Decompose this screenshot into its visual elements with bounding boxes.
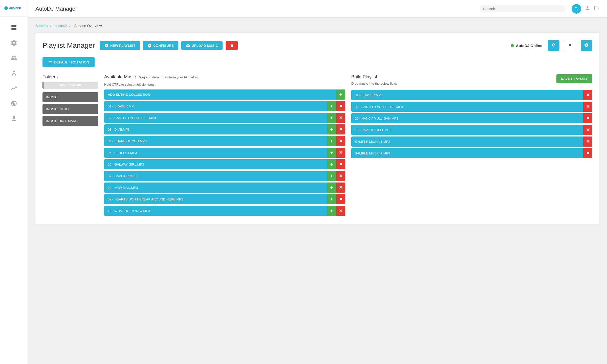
topbar: AutoDJ Manager (28, 0, 607, 18)
playlist-header: Build Playlist Drop music into the below… (351, 74, 592, 88)
page-title: AutoDJ Manager (35, 6, 480, 12)
playlist-label-0: 01 - ERASER.MP3 (351, 90, 583, 100)
folder-music[interactable]: /MUSIC (42, 92, 98, 102)
music-remove-10[interactable]: ✕ (336, 206, 345, 216)
music-label-3: 03 - DIVE.MP3 (104, 125, 327, 134)
music-item-4[interactable]: 04 - SHAPE OF YOU.MP3 + ✕ (104, 136, 345, 146)
music-label-2: 02 - CASTLE ON THE HILL.MP3 (104, 113, 327, 123)
music-item-10[interactable]: 10 - WHAT DO I KNOW.MP3 + ✕ (104, 206, 345, 216)
playlist-item-3: 16 - SAVE MYSELF.MP3 ✕ (351, 125, 592, 135)
build-playlist-title: Build Playlist (351, 74, 397, 80)
music-remove-9[interactable]: ✕ (336, 194, 345, 204)
add-entire-collection-item[interactable]: ADD ENTIRE COLLECTION + (104, 89, 345, 100)
music-item-3[interactable]: 03 - DIVE.MP3 + ✕ (104, 124, 345, 134)
music-item-5[interactable]: 05 - PERFECT.MP3 + ✕ (104, 148, 345, 158)
breadcrumb-icecast2[interactable]: Icecast2 (54, 24, 67, 28)
music-item-7[interactable]: 07 - HAPPIER.MP3 + ✕ (104, 171, 345, 181)
music-label-8: 08 - NEW MAN.MP3 (104, 183, 327, 192)
storage-label: 140 / 10240 MB (42, 82, 98, 89)
music-add-6[interactable]: + (327, 159, 336, 169)
main-panel: Playlist Manager NEW PLAYLIST CONFIGURE … (35, 33, 599, 224)
music-add-1[interactable]: + (327, 101, 336, 111)
svg-rect-6 (14, 28, 16, 30)
svg-rect-4 (14, 25, 16, 27)
playlist-label-1: 02 - CASTLE ON THE HILL.MP3 (351, 102, 583, 111)
analytics-icon[interactable] (6, 81, 21, 95)
upload-music-button[interactable]: UPLOAD MUSIC (181, 41, 223, 50)
playlist-remove-0[interactable]: ✕ (583, 90, 592, 100)
network-icon[interactable] (6, 66, 21, 80)
globe-icon[interactable] (6, 96, 21, 110)
playlist-remove-5[interactable]: ✕ (583, 148, 592, 158)
available-music-column: Available Music Drag and drop music from… (104, 74, 345, 217)
playlist-label-3: 16 - SAVE MYSELF.MP3 (351, 125, 583, 135)
folder-music-ondemand[interactable]: /MUSIC/ONDEMAND (42, 116, 98, 126)
download-icon[interactable] (6, 111, 21, 126)
music-remove-6[interactable]: ✕ (336, 159, 345, 169)
music-label-9: 09 - HEARTS DON'T BREAK AROUND HERE.MP3 (104, 195, 327, 204)
music-item-2[interactable]: 02 - CASTLE ON THE HILL.MP3 + ✕ (104, 113, 345, 123)
configure-button[interactable]: CONFIGURE (143, 41, 178, 50)
stop-button[interactable] (564, 40, 576, 51)
save-playlist-button[interactable]: SAVE PLAYLIST (556, 74, 592, 83)
search-input[interactable] (483, 7, 562, 11)
music-add-8[interactable]: + (327, 183, 336, 193)
music-remove-7[interactable]: ✕ (336, 171, 345, 181)
music-item-9[interactable]: 09 - HEARTS DON'T BREAK AROUND HERE.MP3 … (104, 194, 345, 204)
music-add-7[interactable]: + (327, 171, 336, 181)
panel-header: Playlist Manager NEW PLAYLIST CONFIGURE … (42, 40, 592, 51)
music-item-6[interactable]: 06 - GALWAY GIRL.MP3 + ✕ (104, 159, 345, 169)
music-label-6: 06 - GALWAY GIRL.MP3 (104, 160, 327, 169)
playlist-remove-1[interactable]: ✕ (583, 102, 592, 112)
folder-music-intro[interactable]: /MUSIC/INTRO (42, 104, 98, 114)
playlist-label-5: SAMPLE MUSIC 2.MP3 (351, 149, 583, 158)
music-remove-4[interactable]: ✕ (336, 136, 345, 146)
playlist-label-2: 15 - NANCY MULLIGAN.MP3 (351, 114, 583, 123)
dashboard-icon[interactable] (6, 20, 21, 35)
settings-icon[interactable] (6, 36, 21, 50)
playlist-remove-4[interactable]: ✕ (583, 136, 592, 147)
users-icon[interactable] (6, 51, 21, 65)
music-add-10[interactable]: + (327, 206, 336, 216)
breadcrumb: Servers / Icecast2 / Service Overview (35, 24, 599, 28)
autodj-settings-button[interactable] (581, 40, 592, 51)
music-item-1[interactable]: 01 - ERASER.MP3 + ✕ (104, 101, 345, 111)
delete-button[interactable] (226, 41, 238, 50)
available-music-ctrl-hint: Hold CTRL to select multiple items. (104, 83, 345, 86)
music-remove-5[interactable]: ✕ (336, 148, 345, 158)
playlist-item-4: SAMPLE MUSIC 1.MP3 ✕ (351, 136, 592, 147)
music-label-10: 10 - WHAT DO I KNOW.MP3 (104, 206, 327, 216)
panel-title: Playlist Manager (42, 41, 95, 50)
playlist-remove-3[interactable]: ✕ (583, 125, 592, 135)
logout-icon[interactable] (594, 5, 599, 12)
music-remove-2[interactable]: ✕ (336, 113, 345, 123)
add-entire-add-btn[interactable]: + (336, 89, 345, 100)
breadcrumb-servers[interactable]: Servers (35, 24, 48, 28)
music-remove-1[interactable]: ✕ (336, 101, 345, 111)
music-item-8[interactable]: 08 - NEW MAN.MP3 + ✕ (104, 183, 345, 193)
new-playlist-button[interactable]: NEW PLAYLIST (100, 41, 140, 50)
autodj-label: AutoDJ Online (516, 43, 542, 48)
content-area: Servers / Icecast2 / Service Overview Pl… (28, 18, 607, 364)
music-add-5[interactable]: + (327, 148, 336, 158)
status-dot (511, 44, 514, 47)
music-add-9[interactable]: + (327, 194, 336, 204)
music-add-4[interactable]: + (327, 136, 336, 146)
refresh-button[interactable] (548, 40, 559, 51)
music-add-2[interactable]: + (327, 113, 336, 123)
music-add-3[interactable]: + (327, 124, 336, 134)
build-playlist-column: Build Playlist Drop music into the below… (351, 74, 592, 217)
svg-point-0 (4, 6, 8, 10)
playlist-item-1: 02 - CASTLE ON THE HILL.MP3 ✕ (351, 102, 592, 112)
available-music-drag-hint: Drag and drop music from your PC below. (138, 75, 199, 79)
svg-rect-3 (11, 25, 14, 27)
storage-bar: 140 / 10240 MB (42, 82, 98, 89)
playlist-remove-2[interactable]: ✕ (583, 113, 592, 123)
music-remove-3[interactable]: ✕ (336, 124, 345, 134)
search-wrap (480, 5, 566, 12)
user-icon[interactable] (585, 5, 590, 12)
music-remove-8[interactable]: ✕ (336, 183, 345, 193)
default-rotation-button[interactable]: DEFAULT ROTATION (42, 57, 95, 67)
search-button[interactable] (572, 4, 581, 14)
music-label-5: 05 - PERFECT.MP3 (104, 148, 327, 157)
